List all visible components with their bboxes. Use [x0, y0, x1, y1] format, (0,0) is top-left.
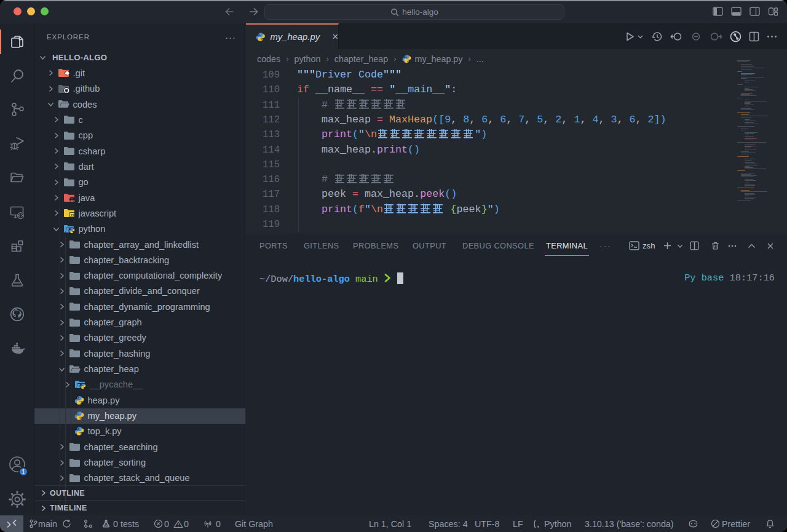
svg-text:JS: JS: [70, 213, 74, 217]
